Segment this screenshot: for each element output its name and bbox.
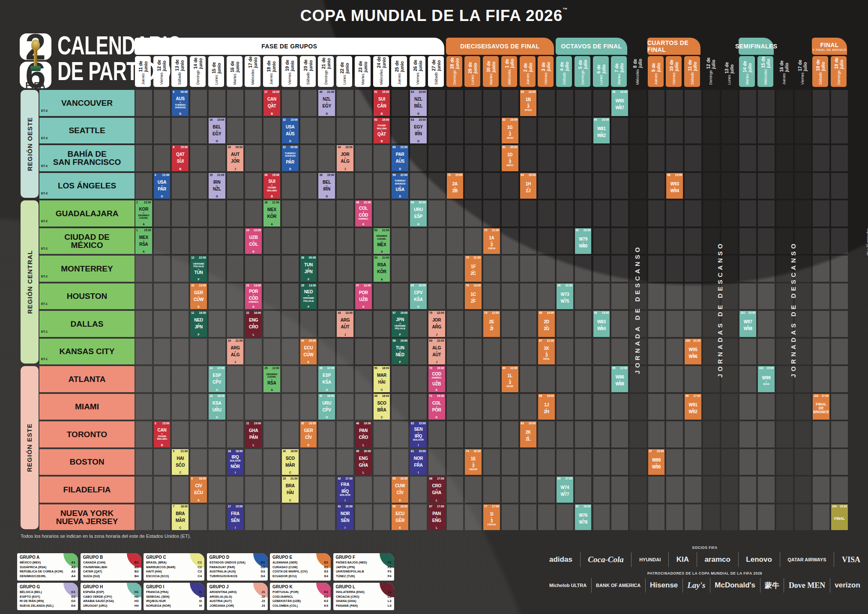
grid-cell — [813, 118, 829, 144]
match-header: 9013:00 — [557, 284, 572, 287]
team-code: 2E — [489, 320, 494, 324]
grid-cell — [263, 477, 280, 503]
rest-day-text: JORNADAS DE DESCANSO — [790, 241, 797, 377]
versus-label: v — [271, 212, 272, 215]
match-cell-24: 2422:00UZBvCOLK — [245, 228, 262, 254]
phase-sublabel: Y FINAL DE BRONCE — [812, 48, 846, 51]
timezone-badge: ET-1 — [41, 355, 48, 363]
team-code: RSA — [139, 242, 148, 247]
match-time: 15:00 — [382, 118, 389, 122]
match-number: 54 — [374, 256, 377, 259]
grid-cell — [520, 449, 537, 475]
team-code: IRQ — [341, 489, 349, 494]
grid-cell — [318, 118, 335, 144]
match-time: 15:00 — [766, 367, 774, 370]
match-number: 83 — [521, 422, 524, 425]
match-number: 40 — [319, 90, 322, 94]
match-time: 15:00 — [181, 146, 188, 149]
match-number: 51 — [374, 90, 377, 94]
grid-cell — [502, 311, 518, 337]
match-header: 3215:00 — [283, 118, 298, 122]
date-value: 2 de julio — [522, 56, 533, 72]
date-header-21-de-junio: Domingo21 de junio — [318, 56, 334, 87]
match-header: 2119:00 — [246, 422, 261, 425]
match-number: 78 — [484, 311, 487, 315]
team-code: BRA — [176, 512, 185, 516]
match-cell-61: 6115:00NORvFRAI — [410, 449, 427, 475]
team-code: CPV — [323, 408, 331, 412]
grid-cell — [447, 504, 464, 531]
match-number: 66 — [411, 201, 414, 204]
date-value: 1 de julio — [504, 56, 514, 68]
grid-cell — [227, 228, 244, 254]
match-cell-14: 1412:00ESPvCPVH — [209, 366, 225, 392]
match-header: 6423:00 — [411, 90, 426, 94]
match-number: 70 — [429, 311, 432, 315]
grid-cell — [575, 394, 592, 420]
match-teams: TUNvJPN — [301, 259, 316, 278]
team-code: GHA — [359, 463, 368, 468]
team-code: CUW — [194, 298, 204, 302]
grid-cell — [502, 449, 518, 475]
grid-cell — [337, 118, 353, 144]
match-header: 6115:00 — [411, 450, 426, 453]
date-label: Jueves9 de julio — [648, 56, 664, 87]
date-header-14-de-julio: Martes14 de julio — [739, 56, 755, 87]
date-header-12-de-junio: Viernes12 de junio — [153, 56, 169, 87]
grid-cell — [648, 394, 665, 420]
match-cell-1: 115:00MEXvRSAA — [135, 228, 152, 254]
legend-seed-code: J1 — [261, 590, 265, 595]
grid-cell — [392, 449, 408, 475]
sponsor-separator — [780, 552, 780, 567]
match-teams: MEXvKOR — [264, 204, 279, 223]
match-number: 19 — [228, 339, 231, 343]
match-group-letter: J — [436, 361, 437, 364]
grid-cell — [263, 449, 280, 475]
grid-cell — [483, 118, 500, 144]
match-teams: GERvCUW — [191, 287, 206, 306]
grid-cell — [685, 449, 701, 475]
region-strip-región-oeste: REGIÓN OESTE — [21, 90, 39, 198]
match-time: 21:00 — [217, 173, 224, 177]
grid-cell — [483, 449, 500, 475]
city-label-guadalajara: GUADALAJARAET-2 — [39, 200, 135, 227]
team-code: 2H — [544, 410, 549, 414]
grid-cell — [300, 90, 317, 116]
match-header: 1715:00 — [228, 505, 243, 508]
match-teams: MEXvRSA — [136, 232, 151, 250]
team-code: MEX — [267, 208, 276, 212]
grid-cell — [685, 421, 701, 447]
match-time: 22:00 — [364, 201, 371, 204]
match-header: 2921:00 — [283, 477, 298, 480]
team-code: USA — [286, 125, 295, 129]
legend-seed-code: D1 — [261, 560, 265, 565]
match-header: 718:00 — [173, 505, 188, 508]
match-teams: ECUvCUW — [301, 343, 316, 361]
team-code: W95 — [689, 348, 697, 352]
date-dayname: Miércoles — [763, 69, 768, 85]
team-code: GER — [194, 291, 203, 295]
versus-label: v — [656, 462, 657, 465]
team-code: CAN — [267, 97, 276, 101]
legend-team-row: FRANCIA (FRA)I1 — [146, 590, 202, 595]
grid-cell — [575, 449, 592, 475]
match-group-letter: G — [417, 140, 419, 143]
date-label: Viernes26 de junio — [410, 56, 425, 87]
sponsor-logo-michelob-ultra: Michelob ULTRA — [546, 583, 590, 588]
match-number: 103 — [814, 394, 818, 398]
legend-seed-code: E3 — [324, 569, 328, 574]
grid-cell — [190, 90, 207, 116]
match-header: 9512:00 — [612, 367, 627, 370]
match-time: 18:00 — [272, 90, 279, 94]
grid-cell — [172, 311, 189, 337]
match-cell-97: 9716:00W89vW90 — [648, 449, 665, 475]
match-teams: SCOvBRA — [374, 398, 389, 416]
date-header-13-de-julio: Lunes13 de julio — [721, 56, 737, 87]
team-code: KOR — [267, 215, 277, 219]
team-code: NED — [194, 318, 203, 322]
match-cell-82: 8216:001Gv3AEHIJ — [502, 118, 518, 144]
grid-cell — [263, 118, 280, 144]
grid-cell — [739, 477, 756, 503]
match-teams: TUR/ROUSVK/KOSvPAR — [283, 149, 298, 167]
date-header-12-de-julio: Domingo12 de julio — [703, 56, 718, 87]
